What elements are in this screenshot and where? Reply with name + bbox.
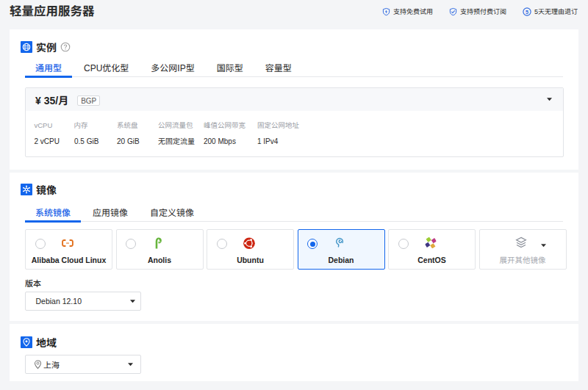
svg-text:5: 5 [526,9,528,15]
